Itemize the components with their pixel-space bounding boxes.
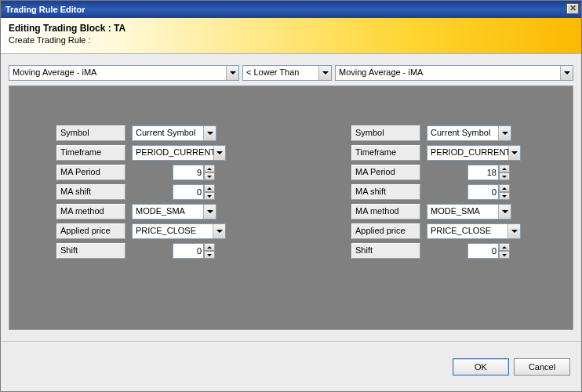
right-symbol-select[interactable]: Current Symbol [427, 125, 511, 141]
label-ma-period: MA Period [351, 165, 420, 180]
right-ma-method-select[interactable]: MODE_SMA [427, 204, 511, 220]
param-row-applied-price: Applied price PRICE_CLOSE [56, 223, 231, 239]
left-timeframe-value: PERIOD_CURRENT [133, 146, 213, 160]
param-row-timeframe: Timeframe PERIOD_CURRENT [56, 145, 231, 161]
label-ma-shift: MA shift [56, 184, 125, 200]
spin-up-icon[interactable] [204, 243, 215, 251]
parameters-area: Symbol Current Symbol Timeframe PERIOD_C… [9, 85, 573, 330]
param-row-ma-shift: MA shift [351, 184, 526, 200]
spin-down-icon[interactable] [499, 251, 510, 259]
label-symbol: Symbol [56, 125, 125, 141]
close-icon: ✕ [569, 3, 577, 13]
label-symbol: Symbol [351, 125, 420, 141]
spin-down-icon[interactable] [204, 251, 215, 259]
right-timeframe-select[interactable]: PERIOD_CURRENT [427, 145, 521, 161]
right-applied-price-select[interactable]: PRICE_CLOSE [427, 223, 521, 239]
chevron-down-icon [203, 205, 216, 219]
spin-up-icon[interactable] [499, 184, 510, 192]
chevron-down-icon [203, 126, 216, 140]
label-shift: Shift [56, 243, 125, 259]
right-applied-price-value: PRICE_CLOSE [427, 224, 507, 238]
spin-up-icon[interactable] [499, 243, 510, 251]
spin-up-icon[interactable] [204, 165, 215, 172]
comparator-select[interactable]: < Lower Than [242, 65, 332, 81]
left-indicator-select[interactable]: Moving Average - iMA [9, 65, 239, 81]
left-ma-method-select[interactable]: MODE_SMA [132, 204, 216, 220]
param-row-shift: Shift [56, 243, 231, 259]
left-applied-price-value: PRICE_CLOSE [133, 224, 213, 238]
param-row-timeframe: Timeframe PERIOD_CURRENT [351, 145, 526, 161]
left-ma-shift-input[interactable] [173, 184, 204, 200]
spin-up-icon[interactable] [499, 165, 510, 172]
close-button[interactable]: ✕ [566, 3, 579, 14]
window-title: Trading Rule Editor [5, 5, 85, 14]
right-shift-spinner[interactable] [467, 243, 510, 259]
footer: OK Cancel [1, 341, 581, 391]
param-row-ma-period: MA Period [351, 165, 526, 180]
label-applied-price: Applied price [56, 223, 125, 239]
ok-button[interactable]: OK [453, 358, 509, 376]
right-ma-shift-spinner[interactable] [467, 184, 510, 200]
right-indicator-select[interactable]: Moving Average - iMA [335, 65, 573, 81]
label-ma-method: MA method [56, 204, 125, 220]
chevron-down-icon [560, 66, 573, 80]
spin-down-icon[interactable] [204, 192, 215, 200]
label-ma-shift: MA shift [351, 184, 420, 200]
spin-down-icon[interactable] [499, 192, 510, 200]
param-row-symbol: Symbol Current Symbol [56, 125, 231, 141]
left-ma-shift-spinner[interactable] [173, 184, 215, 200]
right-ma-period-input[interactable] [467, 165, 499, 180]
right-params: Symbol Current Symbol Timeframe PERIOD_C… [351, 125, 526, 329]
rule-selector-row: Moving Average - iMA < Lower Than Moving… [1, 54, 581, 85]
cancel-button[interactable]: Cancel [514, 358, 570, 376]
param-row-ma-method: MA method MODE_SMA [56, 204, 231, 220]
chevron-down-icon [498, 205, 511, 219]
left-applied-price-select[interactable]: PRICE_CLOSE [132, 223, 226, 239]
banner-subtitle: Create Trading Rule : [9, 35, 573, 45]
banner-title: Editing Trading Block : TA [9, 23, 573, 34]
chevron-down-icon [508, 146, 520, 160]
spin-up-icon[interactable] [204, 184, 215, 192]
left-symbol-value: Current Symbol [133, 126, 203, 140]
chevron-down-icon [507, 224, 520, 238]
left-params: Symbol Current Symbol Timeframe PERIOD_C… [56, 125, 231, 329]
chevron-down-icon [213, 146, 225, 160]
param-row-ma-shift: MA shift [56, 184, 231, 200]
spin-down-icon[interactable] [204, 172, 215, 180]
banner: Editing Trading Block : TA Create Tradin… [1, 18, 581, 54]
spin-down-icon[interactable] [499, 172, 510, 180]
left-ma-period-input[interactable] [173, 165, 204, 180]
label-shift: Shift [351, 243, 420, 259]
label-applied-price: Applied price [351, 223, 420, 239]
left-ma-method-value: MODE_SMA [133, 205, 203, 219]
right-shift-input[interactable] [467, 243, 499, 259]
right-ma-method-value: MODE_SMA [427, 205, 498, 219]
left-shift-spinner[interactable] [173, 243, 215, 259]
label-ma-method: MA method [351, 204, 420, 220]
left-shift-input[interactable] [173, 243, 204, 259]
right-symbol-value: Current Symbol [427, 126, 498, 140]
param-row-symbol: Symbol Current Symbol [351, 125, 526, 141]
chevron-down-icon [213, 224, 225, 238]
param-row-ma-period: MA Period [56, 165, 231, 180]
trading-rule-editor-window: Trading Rule Editor ✕ Editing Trading Bl… [0, 0, 582, 392]
chevron-down-icon [498, 126, 511, 140]
left-symbol-select[interactable]: Current Symbol [132, 125, 216, 141]
left-timeframe-select[interactable]: PERIOD_CURRENT [132, 145, 226, 161]
titlebar: Trading Rule Editor ✕ [1, 1, 581, 18]
label-ma-period: MA Period [56, 165, 125, 180]
right-ma-shift-input[interactable] [467, 184, 499, 200]
right-ma-period-spinner[interactable] [467, 165, 510, 180]
comparator-text: < Lower Than [243, 66, 318, 80]
label-timeframe: Timeframe [56, 145, 125, 161]
param-row-ma-method: MA method MODE_SMA [351, 204, 526, 220]
chevron-down-icon [226, 66, 238, 80]
param-row-applied-price: Applied price PRICE_CLOSE [351, 223, 526, 239]
left-ma-period-spinner[interactable] [173, 165, 215, 180]
param-row-shift: Shift [351, 243, 526, 259]
right-timeframe-value: PERIOD_CURRENT [427, 146, 508, 160]
chevron-down-icon [318, 66, 331, 80]
left-indicator-text: Moving Average - iMA [9, 66, 226, 80]
label-timeframe: Timeframe [351, 145, 420, 161]
right-indicator-text: Moving Average - iMA [336, 66, 560, 80]
